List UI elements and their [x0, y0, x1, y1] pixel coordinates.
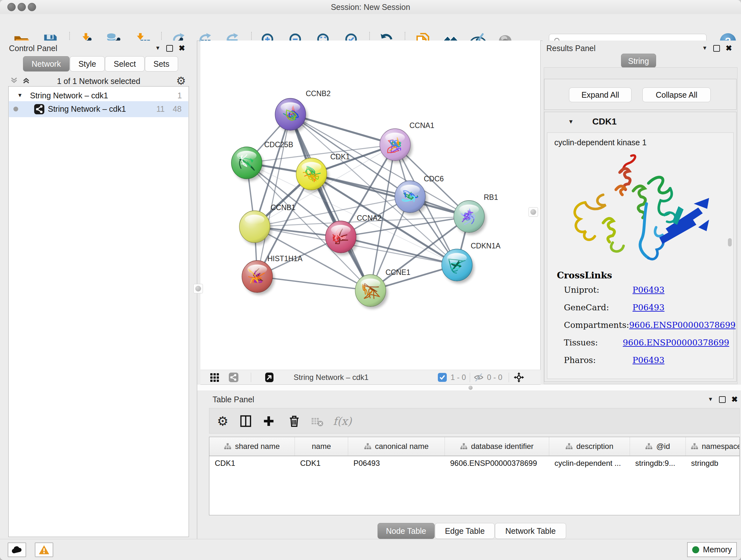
panel-menu-icon[interactable]: ▼: [702, 45, 708, 51]
panel-menu-icon[interactable]: ▼: [155, 45, 160, 51]
close-panel-icon[interactable]: ✖: [726, 44, 732, 52]
network-node-CCNA2[interactable]: [326, 221, 358, 255]
node-result-header[interactable]: ▼ CDK1: [544, 112, 736, 132]
memory-label: Memory: [703, 545, 732, 554]
control-panel: Control Panel ▼ ✖ Network Style Select S…: [0, 41, 197, 539]
node-label-CCNA2: CCNA2: [357, 214, 382, 222]
crosslink-value-link[interactable]: P06493: [632, 285, 664, 295]
close-panel-icon[interactable]: ✖: [731, 395, 738, 403]
right-splitter-handle[interactable]: [529, 207, 538, 217]
network-row-selected[interactable]: String Network – cdk1 11 48: [9, 101, 188, 117]
tab-edge-table[interactable]: Edge Table: [435, 523, 495, 539]
crosslink-value-link[interactable]: 9606.ENSP00000378699: [623, 338, 729, 348]
crosslink-value-link[interactable]: P06493: [632, 303, 664, 312]
warning-icon: [39, 545, 50, 555]
tab-network[interactable]: Network: [23, 56, 70, 71]
network-edge-CDK1-RB1[interactable]: [312, 174, 469, 216]
close-panel-icon[interactable]: ✖: [179, 44, 185, 52]
network-node-RB1[interactable]: [454, 200, 486, 235]
cloud-icon: [11, 546, 23, 554]
application-window: Session: New Session ? Control Panel ▼ ✖…: [0, 0, 741, 560]
column-header-shared-name[interactable]: shared name: [209, 437, 295, 456]
table-cell[interactable]: stringdb: [686, 456, 740, 470]
table-cell[interactable]: CDK1: [209, 456, 295, 470]
results-scrollbar-thumb[interactable]: [728, 238, 732, 246]
attribute-type-icon: [565, 443, 572, 450]
gene-description: cyclin-dependent kinase 1: [554, 138, 647, 147]
table-cell[interactable]: 9606.ENSP00000378699: [445, 456, 549, 470]
grid-view-icon[interactable]: [208, 371, 221, 384]
column-header-database-identifier[interactable]: database identifier: [445, 437, 549, 456]
network-edge-CCNA2-CDKN1A[interactable]: [341, 237, 457, 265]
collection-count: 1: [178, 91, 182, 100]
node-result-content: cyclin-dependent kinase 1: [547, 132, 734, 379]
expand-all-button[interactable]: Expand All: [569, 87, 631, 102]
network-collection-row[interactable]: ▼ String Network – cdk1 1: [9, 89, 188, 103]
table-cell[interactable]: cyclin-dependent ...: [549, 456, 630, 470]
network-edge-CCNB2-HIST1H1A[interactable]: [257, 114, 290, 276]
title-bar: Session: New Session: [0, 0, 741, 14]
table-tabs: Node Table Edge Table Network Table: [378, 523, 566, 539]
network-node-CDC25B[interactable]: [231, 147, 264, 181]
warnings-button[interactable]: [35, 543, 53, 557]
crosslink-label: Tissues:: [564, 338, 623, 348]
string-network-icon: [34, 104, 45, 115]
column-header-description[interactable]: description: [549, 437, 630, 456]
table-cell[interactable]: P06493: [348, 456, 445, 470]
left-splitter-handle[interactable]: [193, 284, 203, 294]
column-header-name[interactable]: name: [295, 437, 348, 456]
cloud-button[interactable]: [8, 543, 26, 557]
delete-column-icon[interactable]: [286, 413, 302, 429]
tab-select[interactable]: Select: [105, 56, 144, 71]
selected-checkbox-icon[interactable]: [437, 371, 448, 384]
network-node-CDC6[interactable]: [395, 181, 427, 215]
node-label-HIST1H1A: HIST1H1A: [267, 254, 303, 263]
tab-network-table[interactable]: Network Table: [495, 523, 566, 539]
network-node-HIST1H1A[interactable]: [242, 260, 274, 295]
network-tree: ▼ String Network – cdk1 1 String Network…: [8, 86, 189, 537]
collapse-entry-icon[interactable]: ▼: [568, 118, 574, 125]
birdseye-view-icon[interactable]: [263, 371, 276, 384]
panel-menu-icon[interactable]: ▼: [708, 396, 713, 402]
table-cell[interactable]: CDK1: [295, 456, 348, 470]
crosslink-row: Pharos: P06493: [557, 355, 729, 373]
attribute-type-icon: [645, 443, 652, 450]
column-header-canonical-name[interactable]: canonical name: [348, 437, 445, 456]
crosslink-value-link[interactable]: P06493: [632, 355, 664, 365]
node-label-CCNA1: CCNA1: [409, 121, 434, 130]
column-header-namespace[interactable]: namespace: [686, 437, 740, 456]
table-row[interactable]: CDK1CDK1P064939606.ENSP00000378699cyclin…: [209, 456, 740, 470]
table-cell[interactable]: stringdb:9...: [630, 456, 686, 470]
crosslink-label: Uniprot:: [564, 285, 632, 295]
horizontal-splitter-handle[interactable]: [468, 386, 473, 390]
tab-style[interactable]: Style: [70, 56, 105, 71]
float-panel-icon[interactable]: [166, 45, 173, 52]
crosslinks-title: CrossLinks: [557, 270, 729, 281]
tab-sets[interactable]: Sets: [145, 56, 178, 71]
network-canvas[interactable]: CCNB2CCNA1CDC25BCDK1CDC6RB1CCNB1CCNA2CDK…: [200, 41, 541, 370]
crosslink-label: Compartments:: [564, 320, 629, 330]
hidden-counter: 0 - 0: [487, 373, 502, 382]
float-panel-icon[interactable]: [719, 396, 726, 403]
network-node-CCNA1[interactable]: [380, 129, 412, 163]
function-builder-icon: f(x): [328, 413, 357, 429]
column-header--id[interactable]: @id: [630, 437, 686, 456]
memory-button[interactable]: Memory: [687, 542, 737, 557]
network-node-CCNE1[interactable]: [355, 274, 388, 309]
collapse-all-button[interactable]: Collapse All: [643, 87, 711, 102]
network-node-CDK1[interactable]: [296, 158, 329, 192]
table-settings-gear-icon[interactable]: ⚙: [214, 413, 231, 429]
tab-string[interactable]: String: [621, 54, 656, 68]
tab-node-table[interactable]: Node Table: [378, 523, 434, 539]
network-node-CDKN1A[interactable]: [442, 249, 474, 284]
show-columns-icon[interactable]: [238, 413, 254, 429]
network-node-CCNB2[interactable]: [275, 98, 308, 133]
collection-expander-icon[interactable]: ▼: [17, 92, 23, 99]
float-panel-icon[interactable]: [713, 45, 720, 52]
move-crosshair-icon[interactable]: [513, 371, 525, 384]
add-column-icon[interactable]: [260, 413, 277, 429]
gear-icon[interactable]: ⚙: [176, 74, 186, 87]
share-view-icon[interactable]: [227, 371, 240, 384]
crosslink-value-link[interactable]: 9606.ENSP00000378699: [629, 320, 736, 330]
horizontal-splitter[interactable]: [197, 385, 741, 391]
